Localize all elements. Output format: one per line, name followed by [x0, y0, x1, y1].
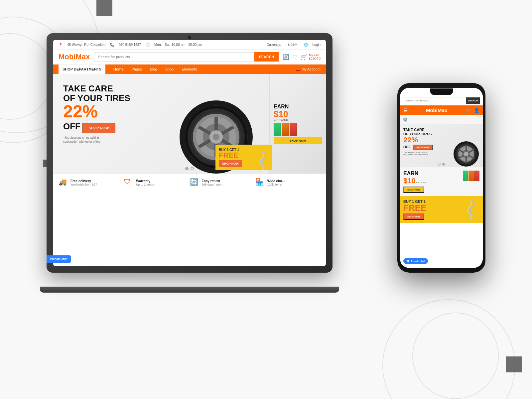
site-nav: SHOP DEPARTMENTS Home Pages Blog Shop El… — [53, 65, 326, 74]
logo-part2: Max — [75, 53, 90, 61]
site-search: SEARCH — [94, 52, 279, 62]
buy1-shop-btn[interactable]: SHOP NOW — [219, 160, 242, 167]
earn-amount: $10 — [274, 110, 322, 118]
phone-body: SEARCH ☰ MobiMax 🛒 👤 ⚙️ — [397, 83, 485, 273]
site-topbar: 📍 48 Walwyn Rd, Chapelton 📞 070 5159 153… — [53, 40, 326, 50]
nav-links: Home Pages Blog Shop Elements — [109, 65, 201, 74]
phone-hero-off: OFF SHOP NOW — [403, 145, 433, 149]
header-icons: 🔄 ♡ 🛒 My cart £0.00 | 0 — [283, 54, 321, 60]
address-text: 48 Walwyn Rd, Chapelton — [67, 43, 105, 47]
laptop-base — [40, 287, 339, 293]
currency-badge[interactable]: £ GBP — [286, 42, 299, 47]
hero-off: OFF — [63, 121, 80, 131]
feature-warranty: 🛡 Warranty Up to 2 years — [124, 178, 190, 187]
deco-circle-5 — [412, 313, 499, 399]
phone-cart-icon[interactable]: 🛒 — [466, 108, 471, 113]
earn-shop-btn[interactable]: SHOP NOW — [274, 137, 322, 144]
topbar-right: Currency: £ GBP 🌐 Login — [267, 42, 321, 47]
search-button[interactable]: SEARCH — [254, 52, 279, 62]
phone-notch — [430, 88, 453, 95]
feature-delivery: 🚚 Free delivery Worldwide from $27 — [59, 178, 124, 187]
settings-icon[interactable]: ⚙️ — [403, 117, 408, 122]
cart-amount: £0.00 | 0 — [309, 57, 321, 60]
clock-icon: 🕐 — [146, 43, 150, 47]
phone-search-btn[interactable]: SEARCH — [466, 97, 480, 104]
phone-buy1-btn[interactable]: SHOP NOW — [403, 213, 424, 220]
delivery-title: Free delivery — [70, 179, 97, 183]
laptop: 📍 48 Walwyn Rd, Chapelton 📞 070 5159 153… — [47, 33, 332, 293]
chat-icon: 💬 — [407, 260, 410, 262]
feature-return-text: Easy return 365 days return — [202, 179, 223, 186]
phone-presale-chat[interactable]: 💬 Presale chat — [403, 258, 428, 264]
deco-circle-3 — [0, 33, 53, 120]
search-input[interactable] — [94, 52, 254, 62]
cart-icon: 🛒 — [301, 54, 307, 60]
phone-logo: MobiMax — [426, 107, 447, 113]
wide-title: Wide cho... — [267, 179, 285, 183]
deco-rect-1 — [96, 0, 112, 16]
hero-shop-now-btn[interactable]: SHOP NOW — [82, 123, 115, 133]
phone-dot-1[interactable] — [438, 163, 441, 166]
hero-disclaimer: This discount is not valid in conjunctio… — [63, 136, 103, 144]
nav-my-account[interactable]: 🚗 My Account — [296, 67, 321, 71]
phone-dot-2[interactable] — [442, 163, 445, 166]
phone-menu-icon[interactable]: ☰ — [403, 108, 408, 113]
hero-banner: TAKE CARE OF YOUR TIRES 22% OFF SHOP NOW… — [53, 74, 326, 174]
nav-home[interactable]: Home — [109, 65, 128, 74]
laptop-body: 📍 48 Walwyn Rd, Chapelton 📞 070 5159 153… — [47, 33, 332, 273]
phone-hero: TAKE CARE OF YOUR TIRES 22% OFF SHOP NOW… — [400, 124, 483, 167]
nav-departments-btn[interactable]: SHOP DEPARTMENTS — [59, 65, 105, 74]
wide-icon: 🏪 — [255, 178, 265, 187]
hero-earn-panel: EARN $10 GIFT CARD SHOP NOW — [269, 74, 326, 174]
laptop-camera — [188, 36, 191, 39]
phone-search-input[interactable] — [403, 97, 466, 104]
phone-icon: 📞 — [110, 43, 114, 47]
spring-svg — [252, 150, 272, 170]
warranty-title: Warranty — [136, 179, 154, 183]
phone-earn-section: EARN $10 GIFT CARD SHOP NOW — [400, 167, 483, 196]
phone-buy1-section: BUY 1 GET 1 FREE SHOP NOW — [400, 196, 483, 223]
phone-earn-title: EARN — [403, 171, 427, 177]
refresh-icon[interactable]: 🔄 — [283, 54, 289, 60]
feature-wide-text: Wide cho... 100k items — [267, 179, 285, 186]
phone-header: ☰ MobiMax 🛒 👤 — [400, 105, 483, 115]
nav-elements[interactable]: Elements — [178, 65, 201, 74]
phone-hero-title: TAKE CARE OF YOUR TIRES — [403, 128, 479, 136]
phone-user-icon[interactable]: 👤 — [474, 108, 479, 113]
feature-warranty-text: Warranty Up to 2 years — [136, 179, 154, 186]
phone-oil-bottles — [463, 171, 479, 181]
phone-spring-svg — [463, 200, 479, 219]
phone-hero-content: TAKE CARE OF YOUR TIRES 22% OFF SHOP NOW… — [403, 128, 479, 156]
feature-delivery-text: Free delivery Worldwide from $27 — [70, 179, 97, 186]
globe-icon: 🌐 — [304, 43, 308, 47]
car-icon: 🚗 — [296, 67, 300, 71]
nav-shop[interactable]: Shop — [161, 65, 178, 74]
cart-button[interactable]: 🛒 My cart £0.00 | 0 — [301, 54, 321, 60]
wishlist-icon[interactable]: ♡ — [293, 54, 297, 60]
phone-earn-btn[interactable]: SHOP NOW — [403, 187, 424, 193]
hero-right-panel: EARN $10 GIFT CARD SHOP NOW — [269, 74, 326, 174]
nav-pages[interactable]: Pages — [128, 65, 146, 74]
phone-earn-giftcard: GIFT CARD — [416, 182, 427, 184]
cart-label: My cart — [309, 54, 321, 57]
phone-earn-content: EARN $10 GIFT CARD SHOP NOW — [403, 171, 479, 193]
topbar-left: 📍 48 Walwyn Rd, Chapelton 📞 070 5159 153… — [59, 43, 202, 47]
phone-header-icons: 🛒 👤 — [466, 108, 479, 113]
phone-text: 070 5159 1537 — [119, 43, 141, 47]
hours-text: Mon. - Sat. 10:00 am - 20:00 pm — [154, 43, 202, 47]
site-header: MobiMax SEARCH 🔄 ♡ 🛒 My cart £0 — [53, 50, 326, 65]
presale-chat-laptop[interactable]: Presale chat — [47, 255, 71, 263]
laptop-screen: 📍 48 Walwyn Rd, Chapelton 📞 070 5159 153… — [53, 40, 326, 266]
feature-return: 🔄 Easy return 365 days return — [190, 178, 255, 187]
phone-hero-shop-btn[interactable]: SHOP NOW — [413, 145, 433, 150]
phone-earn-dollar: $10 — [403, 177, 416, 185]
nav-blog[interactable]: Blog — [146, 65, 161, 74]
delivery-subtitle: Worldwide from $27 — [70, 183, 97, 186]
phone-dots — [438, 163, 445, 166]
phone-logo-text: MobiMax — [426, 107, 447, 113]
features-bar: 🚚 Free delivery Worldwide from $27 🛡 War… — [53, 174, 326, 191]
oil-bottles — [274, 123, 322, 136]
buy1-panel: BUY 1 GET 1 FREE SHOP NOW — [215, 145, 272, 170]
wide-subtitle: 100k items — [267, 183, 285, 186]
login-link[interactable]: Login — [313, 43, 321, 47]
